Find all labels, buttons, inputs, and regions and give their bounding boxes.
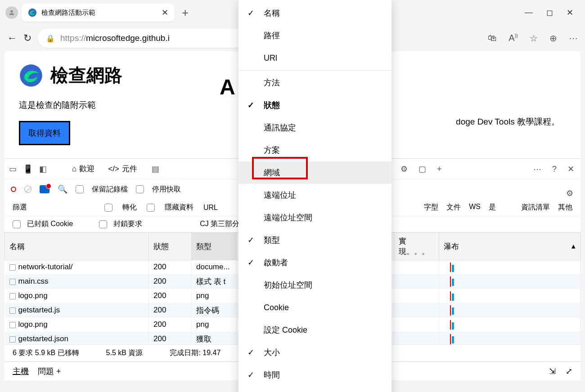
filter-font[interactable]: 字型 [424,203,438,212]
disable-cache-label: 停用快取 [152,185,181,194]
filter-other[interactable]: 其他 [558,203,572,212]
settings-gear-icon[interactable]: ⚙ [566,188,573,198]
blocked-cookie-checkbox[interactable] [13,220,21,228]
filter-is[interactable]: 是 [489,203,496,212]
filter-doc[interactable]: 文件 [446,203,461,212]
device-icon[interactable]: 📱 [23,164,33,174]
page-title: 檢查網路 [50,63,122,88]
ctx-item[interactable]: 網域 [238,161,392,184]
filter-toggle-button[interactable] [40,185,50,193]
status-resources: 5.5 kB 資源 [106,348,143,358]
collections-icon[interactable]: ⊕ [549,33,557,44]
new-tab-button[interactable]: + [178,6,192,20]
preserve-log-checkbox[interactable] [76,185,84,193]
big-letter: A [220,75,235,99]
read-aloud-icon[interactable]: A)) [508,33,518,44]
col-type[interactable]: 類型 [192,233,237,260]
preserve-log-label: 保留記錄檔 [92,185,128,194]
col-status[interactable]: 狀態 [149,233,192,260]
browser-tab[interactable]: 檢查網路活動示範 ✕ [22,4,175,22]
column-context-menu: ✓名稱路徑URl方法✓狀態通訊協定方案網域遠端位址遠端位址空間✓類型✓啟動者初始… [238,0,392,392]
clear-button[interactable] [24,186,32,193]
status-finish: 完成日期: 19.47 [170,348,220,358]
status-requests: 6 要求 5.9 kB 已移轉 [13,348,79,358]
more-icon[interactable]: ⋯ [569,33,578,44]
inspect-icon[interactable]: ▭ [9,164,17,174]
ctx-item[interactable]: 設定 Cookie [238,319,392,341]
ctx-item[interactable]: ✓大小 [238,341,392,364]
search-icon[interactable]: 🔍 [58,184,68,194]
ctx-item[interactable]: 遠端位址空間 [238,206,392,229]
dock-icon[interactable]: ◧ [39,164,47,174]
record-button[interactable] [11,187,16,192]
back-button[interactable]: ← [7,32,17,44]
ctx-item[interactable]: Priority [238,386,392,392]
drawer-host[interactable]: 主機 [13,366,29,377]
memory-icon[interactable]: ⚙ [400,164,408,174]
ctx-item[interactable]: ✓狀態 [238,94,392,116]
console-icon[interactable]: ▤ [152,164,159,174]
app-icon[interactable]: ▢ [418,164,426,174]
ctx-item[interactable]: 路徑 [238,24,392,47]
svg-point-2 [20,64,42,87]
drawer-issues[interactable]: 問題 + [38,366,61,377]
help-icon[interactable]: ? [552,165,557,174]
get-data-button[interactable]: 取得資料 [19,121,70,145]
ctx-item[interactable]: ✓類型 [238,229,392,251]
filter-input[interactable]: 篩選 [13,203,27,212]
more-tools-icon[interactable]: ⋯ [533,164,541,174]
svg-point-0 [10,10,13,13]
profile-avatar[interactable] [5,6,18,19]
svg-point-1 [28,9,36,17]
ctx-item[interactable]: 方法 [238,71,392,94]
url-text: https://microsoftedge.github.i [60,33,170,43]
ctx-item[interactable]: Cookie [238,296,392,319]
drawer-icon-1[interactable]: ⇲ [549,366,556,376]
filter-ws[interactable]: WS [469,203,481,212]
add-panel-icon[interactable]: + [437,165,442,174]
transform-checkbox[interactable] [104,204,112,212]
maximize-icon[interactable]: ◻ [546,8,553,18]
blocked-req-checkbox[interactable] [99,220,107,228]
drawer-icon-2[interactable]: ⤢ [566,366,572,376]
refresh-button[interactable]: ↻ [23,32,32,44]
close-devtools-icon[interactable]: ✕ [567,164,574,174]
ctx-item[interactable]: 初始位址空間 [238,274,392,296]
filter-manifest[interactable]: 資訊清單 [521,203,550,212]
close-window-icon[interactable]: ✕ [567,8,573,18]
favorite-icon[interactable]: ☆ [530,33,538,44]
close-tab-icon[interactable]: ✕ [162,8,168,18]
ctx-item[interactable]: ✓名稱 [238,2,392,24]
tab-elements[interactable]: </> 元件 [104,164,141,174]
ctx-item[interactable]: URl [238,47,392,69]
edge-icon [28,8,37,17]
ctx-item[interactable]: 遠端位址 [238,184,392,206]
col-name[interactable]: 名稱 [5,233,149,260]
tutorial-text: doge Dev Tools 教學課程。 [456,116,560,128]
disable-cache-checkbox[interactable] [136,185,144,193]
hide-checkbox[interactable] [147,204,155,212]
col-fulfill[interactable]: 實現。。。 [394,233,439,260]
ctx-item[interactable]: 方案 [238,139,392,161]
ctx-item[interactable]: ✓時間 [238,364,392,386]
edge-logo-icon [19,63,43,88]
col-waterfall[interactable]: 瀑布 ▴ [439,233,580,260]
lock-icon: 🔒 [46,34,55,43]
minimize-icon[interactable]: — [525,8,533,18]
tab-title: 檢查網路活動示範 [41,9,95,17]
ctx-item[interactable]: 通訊協定 [238,116,392,139]
tab-welcome[interactable]: ⌂ 歡迎 [68,164,98,174]
shopping-icon[interactable]: 🛍 [488,33,497,44]
ctx-item[interactable]: ✓啟動者 [238,251,392,274]
